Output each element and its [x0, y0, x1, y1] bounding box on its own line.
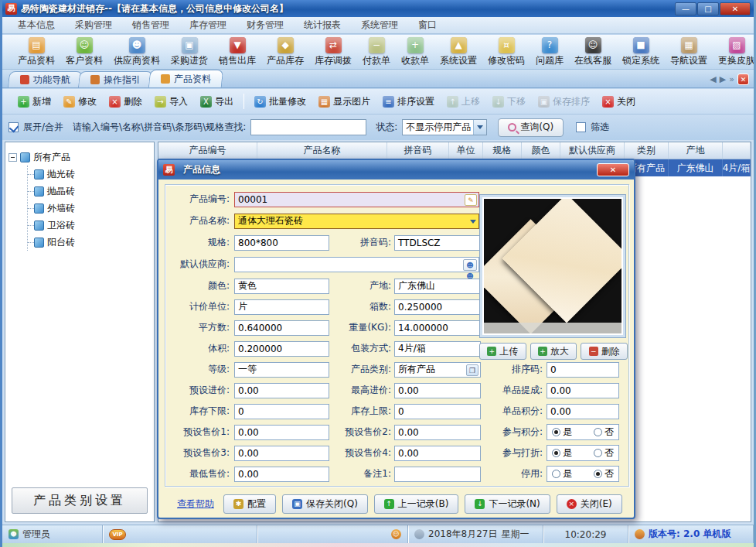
tree-item-exterior-wall-tile[interactable]: 外墙砖: [28, 200, 151, 217]
batch-edit-button[interactable]: ↻批量修改: [250, 93, 311, 111]
default-supplier-field[interactable]: ☻☻: [234, 257, 479, 272]
max-cost-field[interactable]: 0.00: [394, 383, 481, 398]
tab-product-info[interactable]: 产品资料: [148, 70, 223, 87]
unit-field[interactable]: 片: [234, 299, 329, 315]
price2-field[interactable]: 0.00: [394, 425, 481, 440]
save-order-button[interactable]: ▣保存排序: [533, 93, 594, 111]
toolbar-faq[interactable]: ?问题库: [530, 36, 569, 68]
sort-settings-button[interactable]: ≡排序设置: [378, 93, 439, 111]
delete-button[interactable]: ×删除: [104, 93, 147, 111]
menu-window[interactable]: 窗口: [409, 17, 446, 33]
note1-field[interactable]: [394, 467, 481, 482]
tree-item-bathroom-tile[interactable]: 卫浴砖: [28, 217, 151, 234]
expand-collapse-checkbox[interactable]: [9, 122, 19, 132]
menu-sales[interactable]: 销售管理: [123, 17, 179, 33]
edit-code-icon[interactable]: ✎: [465, 194, 477, 206]
next-record-button[interactable]: ↓下一记录(N): [465, 494, 550, 514]
save-close-button[interactable]: ▣保存关闭(Q): [282, 494, 368, 514]
min-price-field[interactable]: 0.00: [234, 467, 329, 482]
pick-category-icon[interactable]: ❐: [466, 364, 478, 376]
tab-operation-guide[interactable]: 操作指引: [78, 71, 153, 87]
stock-max-field[interactable]: 0: [394, 404, 481, 419]
col-unit[interactable]: 单位: [449, 142, 483, 159]
tab-more-icon[interactable]: »: [729, 74, 734, 84]
boxes-field[interactable]: 0.250000: [394, 299, 481, 315]
col-product-name[interactable]: 产品名称: [257, 142, 387, 159]
toolbar-change-password[interactable]: ¤修改密码: [482, 36, 530, 68]
join-points-no-radio[interactable]: 否: [594, 426, 614, 439]
toolbar-customers[interactable]: ☺客户资料: [60, 36, 108, 68]
product-category-field[interactable]: 所有产品 ❐: [394, 362, 481, 378]
disabled-no-radio[interactable]: 否: [594, 467, 614, 480]
price4-field[interactable]: 0.00: [394, 446, 481, 461]
tree-item-polished-tile[interactable]: 抛光砖: [28, 166, 151, 183]
join-points-yes-radio[interactable]: 是: [552, 426, 572, 439]
col-origin[interactable]: 产地: [669, 142, 723, 159]
volume-field[interactable]: 0.200000: [234, 341, 329, 357]
minimize-button[interactable]: —: [675, 2, 696, 15]
move-down-button[interactable]: ↓下移: [488, 93, 530, 111]
toolbar-stock[interactable]: ◆产品库存: [261, 36, 309, 68]
toolbar-suppliers[interactable]: ☻供应商资料: [108, 36, 165, 68]
filter-checkbox[interactable]: [576, 122, 586, 132]
stock-min-field[interactable]: 0: [234, 404, 329, 419]
col-extra[interactable]: [723, 142, 751, 159]
name-dropdown-icon[interactable]: [470, 220, 476, 224]
maximize-button[interactable]: □: [697, 2, 719, 15]
weight-field[interactable]: 14.000000: [394, 320, 481, 336]
origin-field[interactable]: 广东佛山: [394, 279, 481, 294]
packing-field[interactable]: 4片/箱: [394, 341, 481, 357]
tree-item-balcony-tile[interactable]: 阳台砖: [28, 234, 151, 251]
disabled-yes-radio[interactable]: 是: [552, 467, 572, 480]
col-spec[interactable]: 规格: [483, 142, 522, 159]
tab-close-icon[interactable]: ✕: [737, 74, 749, 85]
dialog-close-button[interactable]: ✕: [597, 163, 629, 176]
product-code-field[interactable]: 00001 ✎: [234, 192, 479, 207]
tree-root-all-products[interactable]: 所有产品: [9, 149, 151, 166]
col-pinyin[interactable]: 拼音码: [387, 142, 449, 159]
search-input[interactable]: [250, 119, 366, 135]
dialog-title-bar[interactable]: 易 产品信息 ✕: [158, 160, 634, 179]
edit-button[interactable]: ✎修改: [59, 93, 101, 111]
pick-supplier-icon[interactable]: ☻☻: [463, 259, 477, 271]
product-name-field[interactable]: 通体大理石瓷砖: [234, 214, 479, 229]
menu-finance[interactable]: 财务管理: [237, 17, 293, 33]
commission-field[interactable]: 0.00: [547, 383, 619, 398]
toolbar-purchase-in[interactable]: ▣采购进货: [165, 36, 213, 68]
toolbar-payment[interactable]: −付款单: [357, 36, 396, 68]
menu-inventory[interactable]: 库存管理: [180, 17, 236, 33]
points-field[interactable]: 0.00: [547, 404, 619, 419]
tab-scroll-left-icon[interactable]: ◀: [710, 74, 716, 84]
pinyin-field[interactable]: TTDLSCZ: [394, 235, 481, 251]
toolbar-stock-transfer[interactable]: ⇄库存调拨: [309, 36, 357, 68]
upload-image-button[interactable]: +上传: [479, 343, 526, 360]
status-dropdown-icon[interactable]: [473, 120, 486, 135]
grade-field[interactable]: 一等: [234, 362, 329, 378]
tab-function-nav[interactable]: 功能导航: [8, 71, 83, 87]
toolbar-change-skin[interactable]: ▨更换皮肤: [713, 36, 754, 68]
price1-field[interactable]: 0.00: [234, 425, 329, 440]
close-button[interactable]: ✕: [720, 2, 751, 15]
move-up-button[interactable]: ↑上移: [442, 93, 485, 111]
toolbar-online-service[interactable]: ☺在线客服: [569, 36, 617, 68]
join-discount-no-radio[interactable]: 否: [594, 446, 614, 460]
sqm-field[interactable]: 0.640000: [234, 320, 329, 336]
join-discount-yes-radio[interactable]: 是: [552, 446, 572, 460]
preset-cost-field[interactable]: 0.00: [234, 383, 329, 398]
close-list-button[interactable]: ×关闭: [598, 93, 640, 111]
col-product-code[interactable]: 产品编号: [158, 142, 257, 159]
add-button[interactable]: +新增: [13, 93, 56, 111]
toolbar-sales-out[interactable]: ▼销售出库: [213, 36, 261, 68]
zoom-image-button[interactable]: +放大: [530, 343, 577, 360]
delete-image-button[interactable]: −删除: [581, 343, 628, 360]
prev-record-button[interactable]: ↑上一记录(B): [374, 494, 459, 514]
toolbar-lock-system[interactable]: ■锁定系统: [617, 36, 665, 68]
toolbar-products[interactable]: ▤产品资料: [12, 36, 60, 68]
show-images-button[interactable]: ▦显示图片: [314, 93, 375, 111]
toolbar-nav-settings[interactable]: ▦导航设置: [665, 36, 713, 68]
toolbar-receipt[interactable]: +收款单: [396, 36, 434, 68]
query-button[interactable]: 查询(Q): [498, 118, 564, 137]
col-color[interactable]: 颜色: [522, 142, 560, 159]
view-help-link[interactable]: 查看帮助: [177, 497, 214, 511]
status-select[interactable]: 不显示停用产品: [402, 119, 487, 135]
